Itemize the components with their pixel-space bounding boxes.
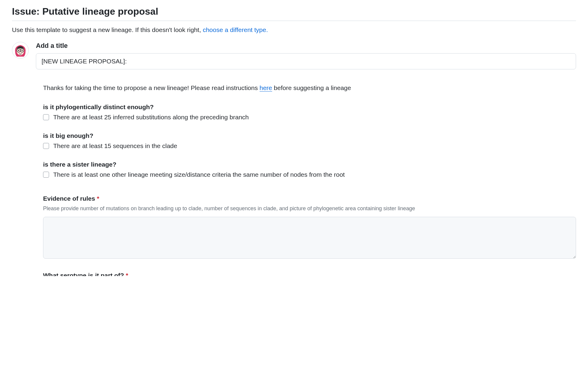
evidence-field-block: Evidence of rules * Please provide numbe… bbox=[43, 195, 576, 260]
checkbox-big-enough[interactable] bbox=[43, 143, 49, 149]
intro-text-before: Thanks for taking the time to propose a … bbox=[43, 84, 260, 91]
choose-different-type-link[interactable]: choose a different type. bbox=[203, 26, 268, 33]
question-heading: is it phylogentically distinct enough? bbox=[43, 103, 576, 111]
serotype-label-text: What serotype is it part of? bbox=[43, 272, 124, 276]
evidence-label: Evidence of rules * bbox=[43, 195, 576, 202]
evidence-help-text: Please provide number of mutations on br… bbox=[43, 205, 576, 213]
instructions-link[interactable]: here bbox=[260, 84, 272, 92]
checkbox-label[interactable]: There is at least one other lineage meet… bbox=[53, 171, 345, 178]
question-heading: is it big enough? bbox=[43, 132, 576, 139]
required-star-icon: * bbox=[126, 272, 128, 276]
page-title: Issue: Putative lineage proposal bbox=[12, 6, 576, 21]
serotype-label: What serotype is it part of? * bbox=[43, 272, 576, 276]
svg-point-5 bbox=[18, 50, 19, 51]
question-heading: is there a sister lineage? bbox=[43, 161, 576, 168]
evidence-textarea[interactable] bbox=[43, 217, 576, 259]
question-phylo-distinct: is it phylogentically distinct enough? T… bbox=[43, 103, 576, 121]
subtitle-text: Use this template to suggest a new linea… bbox=[12, 26, 203, 33]
checkbox-sister-lineage[interactable] bbox=[43, 172, 49, 178]
checkbox-label[interactable]: There are at least 25 inferred substitut… bbox=[53, 114, 249, 121]
avatar[interactable] bbox=[12, 42, 29, 59]
intro-text: Thanks for taking the time to propose a … bbox=[43, 84, 576, 92]
evidence-label-text: Evidence of rules bbox=[43, 195, 95, 202]
checkbox-phylo-distinct[interactable] bbox=[43, 114, 49, 120]
title-input[interactable] bbox=[36, 53, 576, 69]
question-sister-lineage: is there a sister lineage? There is at l… bbox=[43, 161, 576, 178]
required-star-icon: * bbox=[97, 195, 99, 202]
intro-text-after: before suggesting a lineage bbox=[272, 84, 351, 91]
question-big-enough: is it big enough? There are at least 15 … bbox=[43, 132, 576, 150]
subtitle: Use this template to suggest a new linea… bbox=[12, 26, 576, 33]
title-label: Add a title bbox=[36, 42, 576, 50]
checkbox-label[interactable]: There are at least 15 sequences in the c… bbox=[53, 142, 177, 150]
svg-point-6 bbox=[22, 50, 23, 51]
